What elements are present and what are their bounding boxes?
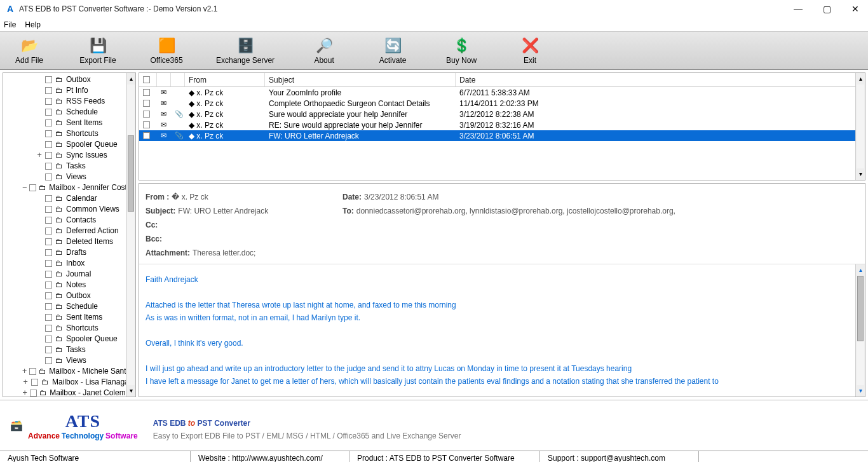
tree-checkbox[interactable]: [29, 184, 36, 191]
tree-item[interactable]: +🗀Mailbox - Michele Santuk: [3, 366, 135, 377]
tree-item[interactable]: 🗀Outbox: [3, 290, 135, 301]
message-row[interactable]: ✉ ◆ x. Pz ck Complete Orthopaedic Surgeo…: [139, 98, 865, 109]
body-scrollbar[interactable]: ▴ ▾: [855, 264, 865, 397]
tree-checkbox[interactable]: [45, 336, 52, 343]
message-row[interactable]: ✉ 📎 ◆ x. Pz ck Sure would appreciate you…: [139, 109, 865, 119]
tree-item[interactable]: 🗀Calendar: [3, 193, 135, 204]
tree-checkbox[interactable]: [45, 130, 52, 137]
tree-item[interactable]: 🗀Deleted Items: [3, 236, 135, 247]
tree-item[interactable]: 🗀Outbox: [3, 74, 135, 85]
expand-icon[interactable]: +: [22, 377, 29, 388]
about-button[interactable]: 🔎About: [305, 37, 343, 65]
tree-item[interactable]: +🗀Mailbox - Janet Coleman: [3, 388, 135, 397]
office365-button[interactable]: 🟧Office365: [147, 37, 186, 65]
tree-item[interactable]: 🗀Views: [3, 172, 135, 182]
tree-item[interactable]: 🗀Tasks: [3, 344, 135, 355]
tree-item[interactable]: 🗀Pt Info: [3, 85, 135, 96]
tree-checkbox[interactable]: [45, 271, 52, 278]
buy-now-button[interactable]: 💲Buy Now: [442, 37, 480, 65]
list-scrollbar[interactable]: ▴ ▾: [855, 73, 865, 180]
tree-checkbox[interactable]: [45, 249, 52, 256]
tree-item[interactable]: 🗀RSS Feeds: [3, 96, 135, 107]
message-row[interactable]: ✉ 📎 ◆ x. Pz ck FW: URO Letter Andrejack …: [139, 130, 865, 141]
tree-checkbox[interactable]: [45, 76, 52, 83]
tree-checkbox[interactable]: [31, 379, 38, 386]
tree-item[interactable]: 🗀Shortcuts: [3, 128, 135, 139]
export-file-button[interactable]: 💾Export File: [79, 37, 117, 65]
row-checkbox[interactable]: [143, 89, 150, 96]
scroll-thumb[interactable]: [128, 135, 134, 212]
scroll-down-icon[interactable]: ▾: [856, 385, 865, 397]
tree-item[interactable]: 🗀Drafts: [3, 247, 135, 258]
tree-item[interactable]: 🗀Views: [3, 355, 135, 366]
tree-scrollbar[interactable]: ▴ ▾: [126, 73, 135, 397]
scroll-down-icon[interactable]: ▾: [126, 385, 135, 397]
expand-icon[interactable]: −: [22, 182, 27, 193]
tree-item[interactable]: 🗀Spooler Queue: [3, 139, 135, 150]
select-all-checkbox[interactable]: [143, 76, 150, 83]
scroll-up-icon[interactable]: ▴: [126, 73, 135, 85]
tree-checkbox[interactable]: [30, 390, 37, 397]
add-file-button[interactable]: 📂Add File: [10, 37, 48, 65]
tree-item[interactable]: 🗀Common Views: [3, 204, 135, 215]
header-from[interactable]: From: [185, 73, 265, 86]
tree-item[interactable]: 🗀Schedule: [3, 107, 135, 118]
tree-checkbox[interactable]: [45, 314, 52, 321]
tree-checkbox[interactable]: [45, 109, 52, 116]
tree-item[interactable]: 🗀Journal: [3, 269, 135, 280]
menu-file[interactable]: File: [4, 20, 16, 29]
row-checkbox[interactable]: [143, 100, 150, 107]
tree-checkbox[interactable]: [29, 368, 36, 375]
expand-icon[interactable]: +: [36, 150, 43, 161]
tree-item[interactable]: 🗀Spooler Queue: [3, 334, 135, 344]
tree-item[interactable]: 🗀Tasks: [3, 161, 135, 172]
header-date[interactable]: Date: [456, 73, 865, 86]
menu-help[interactable]: Help: [25, 20, 41, 29]
maximize-button[interactable]: ▢: [819, 3, 835, 15]
tree-checkbox[interactable]: [45, 228, 52, 234]
scroll-thumb[interactable]: [857, 276, 864, 341]
tree-item[interactable]: +🗀Mailbox - Lisa Flanagan: [3, 377, 135, 388]
scroll-up-icon[interactable]: ▴: [856, 73, 865, 85]
tree-checkbox[interactable]: [45, 206, 52, 213]
row-checkbox[interactable]: [143, 121, 150, 128]
tree-checkbox[interactable]: [45, 141, 52, 148]
minimize-button[interactable]: —: [790, 3, 806, 15]
tree-item[interactable]: 🗀Sent Items: [3, 118, 135, 128]
tree-checkbox[interactable]: [45, 325, 52, 332]
header-subject[interactable]: Subject: [265, 73, 456, 86]
tree-item[interactable]: −🗀Mailbox - Jennifer Costello: [3, 182, 135, 193]
message-row[interactable]: ✉ ◆ x. Pz ck Your ZoomInfo profile 6/7/2…: [139, 87, 865, 98]
tree-checkbox[interactable]: [45, 346, 52, 353]
close-button[interactable]: ✕: [848, 3, 863, 15]
tree-checkbox[interactable]: [45, 98, 52, 105]
tree-checkbox[interactable]: [45, 238, 52, 245]
scroll-up-icon[interactable]: ▴: [856, 264, 865, 276]
tree-checkbox[interactable]: [45, 173, 52, 180]
tree-checkbox[interactable]: [45, 292, 52, 299]
tree-item[interactable]: 🗀Sent Items: [3, 312, 135, 323]
tree-item[interactable]: 🗀Schedule: [3, 301, 135, 312]
tree-checkbox[interactable]: [45, 87, 52, 94]
tree-item[interactable]: 🗀Shortcuts: [3, 323, 135, 334]
tree-checkbox[interactable]: [45, 163, 52, 170]
exit-button[interactable]: ❌Exit: [511, 37, 549, 65]
tree-checkbox[interactable]: [45, 260, 52, 267]
tree-checkbox[interactable]: [45, 303, 52, 310]
tree-item[interactable]: 🗀Inbox: [3, 258, 135, 269]
message-row[interactable]: ✉ ◆ x. Pz ck RE: Sure would appreciate y…: [139, 119, 865, 130]
tree-checkbox[interactable]: [45, 357, 52, 364]
tree-checkbox[interactable]: [45, 282, 52, 289]
tree-item[interactable]: 🗀Notes: [3, 280, 135, 290]
tree-checkbox[interactable]: [45, 119, 52, 126]
row-checkbox[interactable]: [143, 111, 150, 118]
expand-icon[interactable]: +: [22, 388, 27, 397]
row-checkbox[interactable]: [143, 132, 150, 139]
activate-button[interactable]: 🔄Activate: [374, 37, 412, 65]
tree-item[interactable]: +🗀Sync Issues: [3, 150, 135, 161]
exchange-server-button[interactable]: 🗄️Exchange Server: [216, 37, 275, 65]
tree-checkbox[interactable]: [45, 217, 52, 224]
tree-checkbox[interactable]: [45, 152, 52, 159]
tree-checkbox[interactable]: [45, 195, 52, 202]
expand-icon[interactable]: +: [22, 366, 27, 377]
